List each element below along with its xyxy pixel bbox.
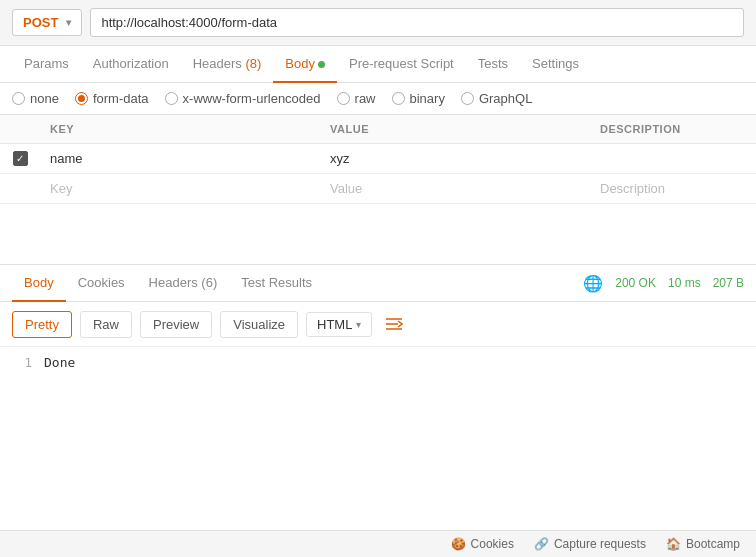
new-row-key[interactable]: Key	[50, 181, 72, 196]
body-type-form-data[interactable]: form-data	[75, 91, 149, 106]
url-input[interactable]	[90, 8, 744, 37]
bottom-capture[interactable]: 🔗 Capture requests	[534, 537, 646, 551]
tab-tests[interactable]: Tests	[466, 46, 520, 83]
cookies-label: Cookies	[471, 537, 514, 551]
response-tab-test-results[interactable]: Test Results	[229, 265, 324, 302]
body-type-raw[interactable]: raw	[337, 91, 376, 106]
tab-body[interactable]: Body	[273, 46, 337, 83]
body-type-binary[interactable]: binary	[392, 91, 445, 106]
format-raw-button[interactable]: Raw	[80, 311, 132, 338]
response-section: Body Cookies Headers (6) Test Results 🌐 …	[0, 265, 756, 378]
response-status-area: 🌐 200 OK 10 ms 207 B	[583, 274, 744, 293]
bottom-bootcamp[interactable]: 🏠 Bootcamp	[666, 537, 740, 551]
body-type-graphql[interactable]: GraphQL	[461, 91, 532, 106]
response-tab-headers[interactable]: Headers (6)	[137, 265, 230, 302]
col-desc-header: DESCRIPTION	[590, 115, 756, 144]
bootcamp-icon: 🏠	[666, 537, 681, 551]
body-type-none[interactable]: none	[12, 91, 59, 106]
new-row-description[interactable]: Description	[600, 181, 665, 196]
response-tabs-row: Body Cookies Headers (6) Test Results 🌐 …	[0, 265, 756, 302]
radio-form-data-icon	[75, 92, 88, 105]
row-key[interactable]: name	[50, 151, 83, 166]
params-table: KEY VALUE DESCRIPTION name xyz Key Value…	[0, 115, 756, 204]
wrap-lines-icon[interactable]	[380, 310, 408, 338]
radio-binary-icon	[392, 92, 405, 105]
col-key-header: KEY	[40, 115, 320, 144]
middle-spacer	[0, 204, 756, 264]
format-preview-button[interactable]: Preview	[140, 311, 212, 338]
language-label: HTML	[317, 317, 352, 332]
format-pretty-button[interactable]: Pretty	[12, 311, 72, 338]
radio-urlencoded-icon	[165, 92, 178, 105]
top-bar: POST ▾	[0, 0, 756, 46]
capture-icon: 🔗	[534, 537, 549, 551]
tab-authorization[interactable]: Authorization	[81, 46, 181, 83]
response-tab-body[interactable]: Body	[12, 265, 66, 302]
tab-settings[interactable]: Settings	[520, 46, 591, 83]
bottom-cookies[interactable]: 🍪 Cookies	[451, 537, 514, 551]
language-chevron-icon: ▾	[356, 319, 361, 330]
tab-prerequest[interactable]: Pre-request Script	[337, 46, 466, 83]
table-new-row: Key Value Description	[0, 174, 756, 204]
method-label: POST	[23, 15, 58, 30]
cookies-icon: 🍪	[451, 537, 466, 551]
language-select[interactable]: HTML ▾	[306, 312, 372, 337]
format-visualize-button[interactable]: Visualize	[220, 311, 298, 338]
response-time: 10 ms	[668, 276, 701, 290]
radio-none-icon	[12, 92, 25, 105]
radio-graphql-icon	[461, 92, 474, 105]
method-chevron-icon: ▾	[66, 17, 71, 28]
status-code: 200 OK	[615, 276, 656, 290]
bottom-bar: 🍪 Cookies 🔗 Capture requests 🏠 Bootcamp	[0, 530, 756, 557]
line-number-1: 1	[12, 355, 32, 370]
new-row-value[interactable]: Value	[330, 181, 362, 196]
row-checkbox[interactable]	[13, 151, 28, 166]
request-tabs-row: Params Authorization Headers (8) Body Pr…	[0, 46, 756, 83]
col-value-header: VALUE	[320, 115, 590, 144]
capture-label: Capture requests	[554, 537, 646, 551]
method-select[interactable]: POST ▾	[12, 9, 82, 36]
radio-raw-icon	[337, 92, 350, 105]
body-active-dot	[318, 61, 325, 68]
response-body: 1Done	[0, 347, 756, 378]
body-type-urlencoded[interactable]: x-www-form-urlencoded	[165, 91, 321, 106]
body-type-row: none form-data x-www-form-urlencoded raw…	[0, 83, 756, 115]
row-checkbox-cell	[10, 151, 30, 166]
col-checkbox-header	[0, 115, 40, 144]
bootcamp-label: Bootcamp	[686, 537, 740, 551]
format-row: Pretty Raw Preview Visualize HTML ▾	[0, 302, 756, 347]
table-row: name xyz	[0, 144, 756, 174]
response-size: 207 B	[713, 276, 744, 290]
tab-params[interactable]: Params	[12, 46, 81, 83]
response-tab-cookies[interactable]: Cookies	[66, 265, 137, 302]
response-body-line-1: Done	[44, 355, 75, 370]
row-value[interactable]: xyz	[330, 151, 350, 166]
tab-headers[interactable]: Headers (8)	[181, 46, 274, 83]
globe-icon: 🌐	[583, 274, 603, 293]
